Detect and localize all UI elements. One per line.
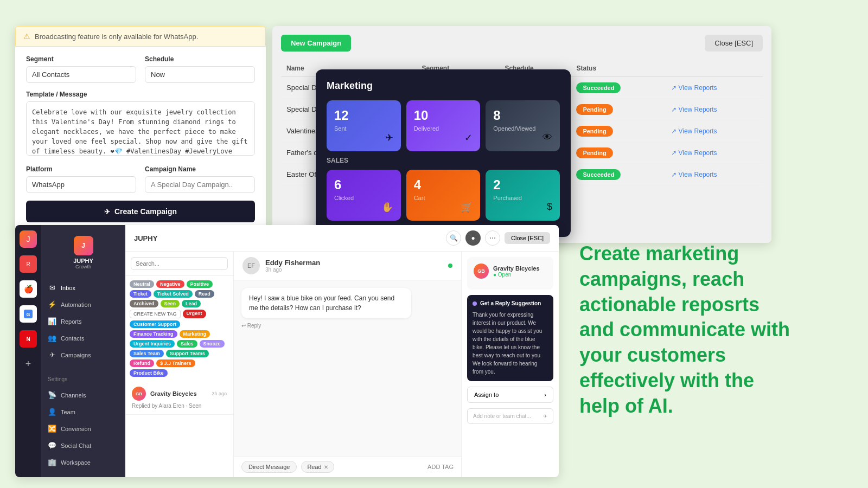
icon-item-2[interactable]: 🍎	[20, 280, 37, 298]
segment-select[interactable]: All Contacts	[26, 66, 136, 83]
sidebar-item-reports[interactable]: 📊 Reports	[41, 313, 125, 330]
sales-stats-row: 6 Clicked ✋ 4 Cart 🛒 2 Purchased $	[327, 170, 560, 221]
tag-support-teams[interactable]: Support Teams	[166, 350, 209, 357]
template-textarea[interactable]: Celebrate love with our exquisite jewelr…	[26, 101, 255, 156]
tag-neutral[interactable]: Neutral	[130, 280, 154, 288]
campaign-reports-cell: ↗ View Reports	[666, 120, 763, 142]
status-badge: Succeeded	[576, 169, 621, 180]
sent-stat-card: 12 Sent ✈	[327, 100, 401, 151]
tag-inquiries[interactable]: Urgent Inquiries	[130, 340, 175, 348]
tag-filters: Neutral Negative Positive Ticket Ticket …	[125, 276, 233, 381]
read-button[interactable]: Read ✕	[301, 461, 334, 473]
view-reports-button[interactable]: ↗ View Reports	[671, 84, 717, 92]
sidebar-channels-label: Channels	[61, 392, 86, 399]
view-reports-button[interactable]: ↗ View Reports	[671, 127, 717, 135]
more-button[interactable]: ⋯	[485, 230, 500, 246]
sidebar-item-inbox[interactable]: ✉ Inbox	[41, 279, 125, 296]
sidebar-whitelabel-label: White-label	[61, 476, 91, 478]
juphy-logo-icon[interactable]: J	[20, 230, 37, 248]
view-reports-button[interactable]: ↗ View Reports	[671, 106, 717, 113]
view-reports-button[interactable]: ↗ View Reports	[671, 149, 717, 157]
tag-marketing[interactable]: Marketing	[180, 330, 210, 338]
user-name: Eddy Fisherman	[265, 259, 320, 267]
create-new-tag-button[interactable]: CREATE NEW TAG	[130, 310, 181, 318]
add-icon[interactable]: +	[20, 355, 37, 373]
opened-stat-card: 8 Opened/Viewed 👁	[486, 100, 560, 151]
sidebar-item-team[interactable]: 👤 Team	[41, 403, 125, 420]
reply-link[interactable]: ↩ Reply	[241, 323, 454, 329]
note-input-area[interactable]: Add note or team chat... ✈	[467, 408, 553, 424]
tag-lead[interactable]: Lead	[182, 300, 201, 307]
tag-read[interactable]: Read	[195, 290, 214, 298]
dollar-icon: $	[547, 201, 552, 213]
tag-urgent[interactable]: Urgent	[183, 310, 206, 318]
tag-ticket-solved[interactable]: Ticket Solved	[154, 290, 193, 298]
create-campaign-button[interactable]: ✈ Create Campaign	[26, 201, 255, 222]
icon-item-4[interactable]: N	[20, 330, 37, 348]
tag-snooze[interactable]: Snooze	[200, 340, 225, 348]
sidebar-campaigns-label: Campaigns	[61, 352, 91, 358]
sidebar-item-conversion[interactable]: 🔀 Conversion	[41, 420, 125, 437]
campaign-reports-cell: ↗ View Reports	[666, 164, 763, 185]
sales-section-label: Sales	[327, 157, 560, 164]
sidebar-item-workspace[interactable]: 🏢 Workspace	[41, 454, 125, 471]
assign-button[interactable]: Assign to ›	[467, 387, 553, 403]
new-campaign-button[interactable]: New Campaign	[281, 35, 351, 52]
online-indicator	[448, 264, 452, 268]
campaign-status-cell: Pending	[571, 120, 666, 142]
read-close-icon[interactable]: ✕	[324, 464, 328, 470]
sidebar-item-contacts[interactable]: 👥 Contacts	[41, 330, 125, 346]
close-button[interactable]: Close [ESC]	[505, 232, 550, 244]
automation-icon: ⚡	[48, 300, 56, 309]
tag-finance[interactable]: Finance Tracking	[130, 330, 177, 338]
tag-negative[interactable]: Negative	[156, 280, 184, 288]
tag-refund[interactable]: Refund	[130, 359, 154, 367]
sidebar-item-campaigns[interactable]: ✈ Campaigns	[41, 346, 125, 363]
reports-icon: 📊	[48, 317, 56, 325]
note-placeholder: Add note or team chat...	[473, 413, 531, 419]
settings-label: Settings	[48, 376, 67, 382]
tag-seen[interactable]: Seen	[161, 300, 180, 307]
clicked-label: Clicked	[334, 195, 393, 201]
add-tag-button[interactable]: ADD TAG	[427, 464, 454, 470]
sidebar-item-automation[interactable]: ⚡ Automation	[41, 296, 125, 313]
marketing-heading: Create marketing campaigns, reach action…	[579, 241, 790, 419]
icon-item-1[interactable]: R	[20, 255, 37, 273]
tag-trainers[interactable]: $ J.J Trainers	[156, 359, 195, 367]
send-note-icon[interactable]: ✈	[543, 413, 547, 419]
workspace-icon: 🏢	[48, 458, 56, 466]
tag-ticket[interactable]: Ticket	[130, 290, 151, 298]
schedule-select[interactable]: Now	[145, 66, 255, 83]
tag-sales-team[interactable]: Sales Team	[130, 350, 164, 357]
tag-archived[interactable]: Archived	[130, 300, 158, 307]
sidebar-item-channels[interactable]: 📡 Channels	[41, 387, 125, 403]
tag-sales[interactable]: Sales	[177, 340, 197, 348]
notification-button[interactable]: ●	[465, 230, 481, 246]
icon-item-3[interactable]: G	[20, 305, 37, 323]
conversion-icon: 🔀	[48, 425, 56, 433]
close-esc-button[interactable]: Close [ESC]	[705, 35, 763, 52]
delivered-label: Delivered	[414, 125, 473, 132]
search-button[interactable]: 🔍	[446, 230, 461, 246]
campaign-status-cell: Pending	[571, 99, 666, 120]
campaign-name-input[interactable]	[145, 176, 255, 193]
platform-select[interactable]: WhatsApp	[26, 176, 136, 193]
view-reports-button[interactable]: ↗ View Reports	[671, 171, 717, 178]
sidebar-item-social[interactable]: 💬 Social Chat	[41, 437, 125, 454]
marketing-stats-popup: Marketing 12 Sent ✈ 10 Delivered ✓ 8 Ope…	[316, 69, 571, 237]
campaign-status-cell: Succeeded	[571, 77, 666, 99]
sidebar-item-whitelabel[interactable]: 🏷 White-label	[41, 471, 125, 477]
tag-product-bike[interactable]: Product Bike	[130, 369, 168, 377]
read-label: Read	[307, 464, 321, 470]
campaigns-panel: New Campaign Close [ESC] Name Segment Sc…	[272, 26, 771, 243]
conversation-item[interactable]: GB Gravity Bicycles 3h ago Replied by Al…	[125, 381, 233, 415]
search-input[interactable]	[131, 257, 228, 270]
channels-icon: 📡	[48, 391, 56, 399]
tag-customer-support[interactable]: Customer Support	[130, 320, 180, 328]
user-time: 3h ago	[265, 267, 320, 273]
col-reports	[666, 60, 763, 77]
direct-message-button[interactable]: Direct Message	[241, 461, 297, 473]
tag-positive[interactable]: Positive	[187, 280, 213, 288]
main-header: JUPHY 🔍 ● ⋯ Close [ESC]	[125, 225, 559, 252]
cart-label: Cart	[414, 195, 473, 201]
